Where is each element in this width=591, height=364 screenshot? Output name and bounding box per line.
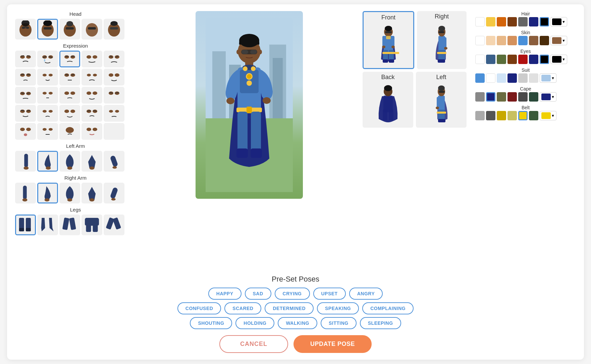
expr-17[interactable]	[37, 105, 58, 122]
legs-5[interactable]	[104, 215, 124, 235]
expr-16[interactable]	[15, 105, 36, 122]
legs-4[interactable]	[82, 215, 102, 235]
pose-speaking[interactable]: SPEAKING	[317, 302, 359, 314]
back-view[interactable]: Back	[363, 72, 413, 128]
front-view[interactable]: Front	[363, 11, 414, 69]
pose-angry[interactable]: ANGRY	[349, 288, 383, 300]
left-arm-2[interactable]	[37, 151, 58, 172]
skin-swatch-white[interactable]	[475, 36, 485, 45]
suit-swatch-darkblue[interactable]	[507, 73, 517, 83]
skin-swatch-3[interactable]	[507, 36, 517, 45]
pose-determined[interactable]: DETERMINED	[265, 302, 314, 314]
expr-25[interactable]	[104, 123, 124, 140]
left-arm-4[interactable]	[82, 151, 102, 172]
head-option-2[interactable]	[37, 19, 58, 40]
cape-swatch-darkgray[interactable]	[518, 92, 528, 102]
hair-swatch-darkblue[interactable]	[529, 17, 538, 26]
expr-23[interactable]	[59, 123, 80, 140]
skin-swatch-5[interactable]	[529, 36, 538, 45]
cape-swatch-darkgreen[interactable]	[529, 92, 538, 102]
belt-swatch-green[interactable]	[529, 111, 538, 120]
expr-22[interactable]	[37, 123, 58, 140]
left-view[interactable]: Left	[416, 72, 467, 128]
pose-upset[interactable]: UPSET	[313, 288, 346, 300]
belt-color-dropdown[interactable]: ▼	[540, 111, 556, 120]
expr-18[interactable]	[59, 105, 80, 122]
belt-swatch-yellowgreen[interactable]	[507, 111, 517, 120]
update-pose-button[interactable]: UPDATE POSE	[293, 335, 372, 353]
pose-shouting[interactable]: SHOUTING	[190, 317, 232, 329]
expr-7[interactable]	[37, 69, 58, 85]
legs-2[interactable]	[37, 215, 58, 235]
pose-sitting[interactable]: SITTING	[321, 317, 357, 329]
head-option-4[interactable]	[82, 19, 102, 40]
skin-swatch-1[interactable]	[486, 36, 495, 45]
right-arm-1[interactable]	[15, 183, 36, 203]
pose-sad[interactable]: SAD	[245, 288, 271, 300]
pose-walking[interactable]: WALKING	[278, 317, 317, 329]
suit-color-dropdown[interactable]: ▼	[540, 73, 556, 83]
expr-9[interactable]	[82, 69, 102, 85]
eyes-swatch-green[interactable]	[497, 55, 506, 64]
pose-crying[interactable]: CRYING	[275, 288, 310, 300]
hair-swatch-brown[interactable]	[507, 17, 517, 26]
eyes-swatch-darkblue[interactable]	[529, 55, 538, 64]
expr-4[interactable]	[82, 51, 102, 67]
expr-11[interactable]	[15, 87, 36, 104]
suit-swatch-silver[interactable]	[518, 73, 528, 83]
belt-swatch-gold[interactable]	[497, 111, 506, 120]
cape-swatch-gray[interactable]	[475, 92, 485, 102]
expr-3[interactable]	[59, 51, 80, 67]
eyes-color-dropdown[interactable]: ▼	[550, 55, 567, 64]
cancel-button[interactable]: CANCEL	[219, 335, 288, 353]
eyes-swatch-red[interactable]	[518, 55, 528, 64]
expr-14[interactable]	[82, 87, 102, 104]
expr-10[interactable]	[104, 69, 124, 85]
hair-swatch-white[interactable]	[475, 17, 485, 26]
head-option-1[interactable]	[15, 19, 36, 40]
suit-swatch-blue[interactable]	[475, 73, 485, 83]
right-arm-2[interactable]	[37, 183, 58, 203]
suit-swatch-lightgray[interactable]	[529, 73, 538, 83]
pose-holding[interactable]: HOLDING	[235, 317, 274, 329]
pose-confused[interactable]: CONFUSED	[177, 302, 221, 314]
expr-13[interactable]	[59, 87, 80, 104]
expr-24[interactable]	[82, 123, 102, 140]
right-arm-3[interactable]	[59, 183, 80, 203]
head-option-3[interactable]	[59, 19, 80, 40]
expr-15[interactable]	[104, 87, 124, 104]
legs-3[interactable]	[59, 215, 80, 235]
left-arm-5[interactable]	[104, 151, 124, 172]
pose-complaining[interactable]: COMPLAINING	[362, 302, 414, 314]
head-option-5[interactable]	[104, 19, 124, 40]
expr-5[interactable]	[104, 51, 124, 67]
pose-scared[interactable]: SCARED	[224, 302, 261, 314]
pose-sleeping[interactable]: SLEEPING	[360, 317, 401, 329]
expr-20[interactable]	[104, 105, 124, 122]
expr-19[interactable]	[82, 105, 102, 122]
right-view[interactable]: Right	[417, 11, 467, 69]
expr-2[interactable]	[37, 51, 58, 67]
suit-swatch-lightblue[interactable]	[497, 73, 506, 83]
cape-color-dropdown[interactable]: ▼	[540, 92, 556, 102]
pose-happy[interactable]: HAPPY	[208, 288, 241, 300]
cape-swatch-darkblue[interactable]	[486, 92, 495, 102]
belt-swatch-silver[interactable]	[475, 111, 485, 120]
skin-color-dropdown[interactable]: ▼	[550, 36, 567, 45]
expr-6[interactable]	[15, 69, 36, 85]
belt-swatch-darkgray[interactable]	[486, 111, 495, 120]
cape-swatch-olive[interactable]	[497, 92, 506, 102]
eyes-swatch-blue[interactable]	[486, 55, 495, 64]
skin-swatch-selected-indicator[interactable]	[518, 36, 528, 45]
eyes-swatch-brown[interactable]	[507, 55, 517, 64]
hair-swatch-black[interactable]	[540, 17, 549, 26]
skin-swatch-2[interactable]	[497, 36, 506, 45]
right-arm-5[interactable]	[104, 183, 124, 203]
legs-1[interactable]	[15, 215, 36, 235]
left-arm-3[interactable]	[59, 151, 80, 172]
expr-8[interactable]	[59, 69, 80, 85]
eyes-swatch-white[interactable]	[475, 55, 485, 64]
hair-swatch-orange[interactable]	[497, 17, 506, 26]
eyes-swatch-black[interactable]	[540, 55, 549, 64]
expr-21[interactable]	[15, 123, 36, 140]
